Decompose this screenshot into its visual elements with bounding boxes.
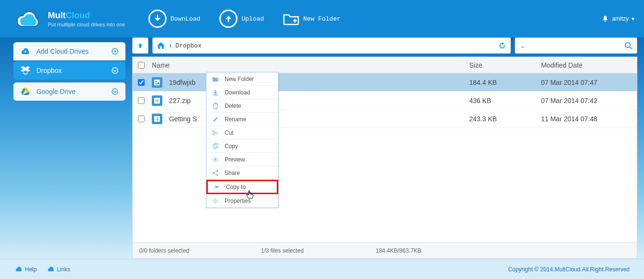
cm-rename[interactable]: Rename bbox=[206, 113, 278, 126]
folder-plus-icon: + bbox=[211, 75, 220, 83]
up-button[interactable] bbox=[132, 37, 148, 54]
brand-tagline: Put multiple cloud drives into one bbox=[48, 22, 125, 27]
search-icon[interactable] bbox=[624, 42, 632, 49]
add-drives-label: Add Cloud Drives bbox=[36, 47, 89, 55]
trash-icon bbox=[211, 102, 220, 110]
dropbox-icon bbox=[20, 66, 31, 75]
cm-label: Rename bbox=[225, 116, 246, 123]
image-file-icon bbox=[152, 77, 162, 88]
file-name: Getting S bbox=[169, 115, 197, 123]
logo[interactable]: MultCloud Put multiple cloud drives into… bbox=[10, 7, 139, 30]
svg-text:+: + bbox=[217, 78, 219, 81]
brand-name: MultCloud bbox=[48, 11, 125, 21]
eye-icon bbox=[211, 156, 220, 163]
cm-cut[interactable]: Cut bbox=[206, 126, 278, 140]
download-icon bbox=[211, 89, 220, 96]
cloud-icon bbox=[14, 267, 23, 272]
cm-copy-to[interactable]: Copy to bbox=[206, 180, 278, 194]
refresh-button[interactable] bbox=[498, 41, 507, 50]
file-date: 07 Mar 2014 07:42 bbox=[541, 97, 637, 105]
share-icon bbox=[211, 169, 220, 177]
send-icon bbox=[213, 183, 221, 191]
sidebar-item-label: Dropbox bbox=[36, 67, 62, 74]
file-size: 243.3 KB bbox=[469, 115, 541, 123]
file-size: 436 KB bbox=[469, 97, 541, 105]
cm-label: Copy to bbox=[226, 184, 246, 190]
header-size[interactable]: Size bbox=[469, 61, 541, 69]
svg-point-4 bbox=[625, 43, 630, 47]
download-label: DownLoad bbox=[170, 15, 200, 23]
new-folder-label: New Folder bbox=[303, 15, 340, 23]
cm-download[interactable]: Download bbox=[206, 86, 278, 99]
row-checkbox[interactable] bbox=[133, 116, 150, 122]
upload-button[interactable]: Upload bbox=[219, 10, 264, 28]
brand-part1: Mult bbox=[48, 11, 66, 20]
breadcrumb-text[interactable]: Dropbox bbox=[175, 42, 202, 49]
chevron-down-icon bbox=[111, 67, 119, 74]
cm-label: Preview bbox=[225, 156, 245, 163]
svg-point-2 bbox=[112, 68, 118, 73]
file-name: 19dfwjxb bbox=[169, 79, 195, 86]
header-date[interactable]: Modified Date bbox=[541, 61, 637, 69]
cm-label: Copy bbox=[225, 143, 238, 150]
chevron-down-icon[interactable]: ⌄ bbox=[520, 42, 526, 49]
cm-label: Cut bbox=[225, 129, 234, 136]
app-header: MultCloud Put multiple cloud drives into… bbox=[0, 0, 644, 37]
breadcrumb[interactable]: › Dropbox bbox=[152, 37, 511, 54]
cloud-icon bbox=[46, 267, 55, 272]
cm-copy[interactable]: Copy bbox=[206, 140, 278, 153]
upload-icon bbox=[219, 10, 237, 28]
user-menu[interactable]: amltzy ▾ bbox=[602, 15, 634, 22]
zip-file-icon: ZIP bbox=[152, 95, 162, 106]
play-icon bbox=[111, 47, 119, 55]
cm-delete[interactable]: Delete bbox=[206, 99, 278, 113]
svg-point-6 bbox=[156, 81, 157, 82]
sidebar-item-google-drive[interactable]: Google Drive bbox=[13, 82, 125, 101]
cm-label: Download bbox=[225, 89, 250, 96]
gear-icon bbox=[211, 197, 220, 205]
context-menu: + New Folder Download Delete Rename Cut … bbox=[206, 72, 279, 208]
home-icon[interactable] bbox=[157, 42, 165, 49]
sidebar-item-label: Google Drive bbox=[36, 88, 76, 95]
select-all-checkbox[interactable] bbox=[133, 62, 150, 69]
bell-icon bbox=[602, 15, 608, 22]
svg-rect-5 bbox=[154, 80, 160, 85]
cm-share[interactable]: Share bbox=[206, 166, 278, 180]
file-name: 227.zip bbox=[169, 97, 191, 105]
svg-point-15 bbox=[215, 159, 216, 161]
file-size: 184.4 KB bbox=[469, 79, 541, 86]
footer: Help Links Copyright © 2014,MultCloud.Al… bbox=[0, 259, 644, 279]
brand-part2: Cloud bbox=[66, 11, 90, 20]
cm-label: Delete bbox=[225, 103, 241, 109]
cm-properties[interactable]: Properties bbox=[206, 194, 278, 208]
new-folder-button[interactable]: New Folder bbox=[283, 12, 340, 25]
links-link[interactable]: Links bbox=[46, 266, 70, 273]
upload-label: Upload bbox=[241, 15, 264, 23]
sidebar-item-dropbox[interactable]: Dropbox bbox=[13, 61, 125, 80]
row-checkbox[interactable] bbox=[133, 97, 150, 104]
help-label: Help bbox=[25, 266, 37, 273]
scissors-icon bbox=[211, 129, 220, 137]
cm-preview[interactable]: Preview bbox=[206, 153, 278, 166]
cm-new-folder[interactable]: + New Folder bbox=[206, 72, 278, 86]
add-cloud-drives-button[interactable]: + Add Cloud Drives bbox=[13, 42, 125, 60]
header-name[interactable]: Name bbox=[150, 61, 469, 69]
sidebar: + Add Cloud Drives Dropbox Google Drive bbox=[0, 37, 132, 259]
download-button[interactable]: DownLoad bbox=[148, 10, 200, 28]
svg-text:ZIP: ZIP bbox=[155, 99, 159, 102]
google-drive-icon bbox=[20, 87, 31, 96]
file-date: 07 Mar 2014 07:47 bbox=[541, 79, 637, 86]
row-checkbox[interactable] bbox=[133, 79, 150, 86]
search-box[interactable]: ⌄ bbox=[515, 37, 637, 54]
status-bar: 0/0 folders selected 1/3 files selected … bbox=[133, 242, 637, 258]
up-arrow-icon bbox=[136, 42, 144, 49]
status-size: 184.4KB/863.7KB bbox=[375, 247, 421, 254]
svg-point-3 bbox=[112, 89, 118, 94]
cm-label: Share bbox=[225, 170, 240, 176]
toolbar: › Dropbox ⌄ bbox=[132, 37, 644, 54]
chevron-down-icon bbox=[111, 88, 119, 95]
cm-label: Properties bbox=[225, 198, 251, 204]
help-link[interactable]: Help bbox=[14, 266, 37, 273]
cm-label: New Folder bbox=[225, 76, 254, 82]
pdf-file-icon bbox=[152, 114, 162, 124]
